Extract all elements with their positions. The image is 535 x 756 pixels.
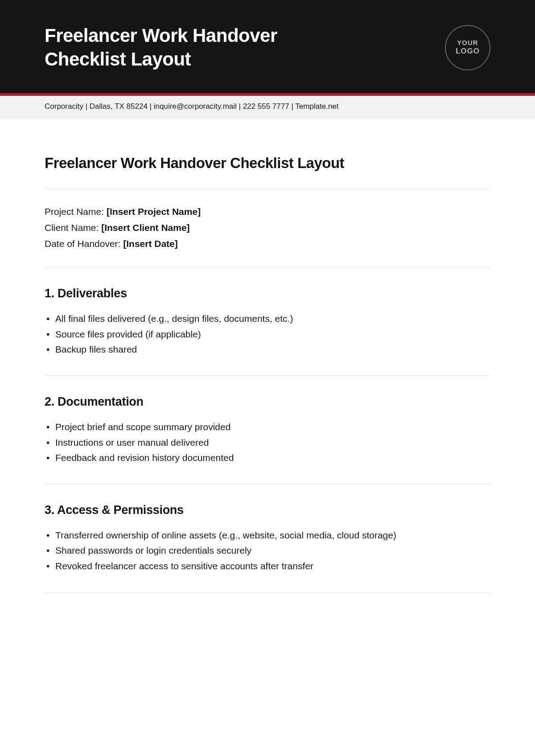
divider <box>45 484 490 485</box>
logo-line2: LOGO <box>456 47 480 56</box>
list-item: Backup files shared <box>45 342 490 357</box>
logo-placeholder: YOUR LOGO <box>445 25 490 70</box>
checklist: All final files delivered (e.g., design … <box>45 311 490 357</box>
document-title: Freelancer Work Handover Checklist Layou… <box>45 155 490 172</box>
section-heading: 2. Documentation <box>45 395 490 409</box>
logo-line1: YOUR <box>457 39 478 47</box>
list-item: Source files provided (if applicable) <box>45 327 490 342</box>
section-documentation: 2. Documentation Project brief and scope… <box>45 395 490 466</box>
divider <box>45 267 490 268</box>
list-item: Project brief and scope summary provided <box>45 419 490 435</box>
info-bar: Corporacity | Dallas, TX 85224 | inquire… <box>0 96 535 119</box>
meta-handover-date: Date of Handover: [Insert Date] <box>45 238 490 249</box>
document-body: Freelancer Work Handover Checklist Layou… <box>0 119 535 629</box>
checklist: Project brief and scope summary provided… <box>45 419 490 466</box>
meta-project-name: Project Name: [Insert Project Name] <box>45 206 490 217</box>
checklist: Transferred ownership of online assets (… <box>45 528 490 574</box>
meta-client-name: Client Name: [Insert Client Name] <box>45 222 490 233</box>
list-item: Feedback and revision history documented <box>45 450 490 466</box>
section-access-permissions: 3. Access & Permissions Transferred owne… <box>45 503 490 574</box>
section-heading: 3. Access & Permissions <box>45 503 490 517</box>
divider <box>45 375 490 376</box>
divider <box>45 592 490 593</box>
list-item: Shared passwords or login credentials se… <box>45 543 490 559</box>
header-title: Freelancer Work Handover Checklist Layou… <box>45 24 357 71</box>
section-deliverables: 1. Deliverables All final files delivere… <box>45 287 490 357</box>
list-item: Revoked freelancer access to sensitive a… <box>45 559 490 574</box>
section-heading: 1. Deliverables <box>45 287 490 300</box>
divider <box>45 189 490 189</box>
list-item: Instructions or user manual delivered <box>45 435 490 451</box>
list-item: All final files delivered (e.g., design … <box>45 311 490 327</box>
header: Freelancer Work Handover Checklist Layou… <box>0 0 535 93</box>
list-item: Transferred ownership of online assets (… <box>45 528 490 543</box>
meta-block: Project Name: [Insert Project Name] Clie… <box>45 206 490 249</box>
